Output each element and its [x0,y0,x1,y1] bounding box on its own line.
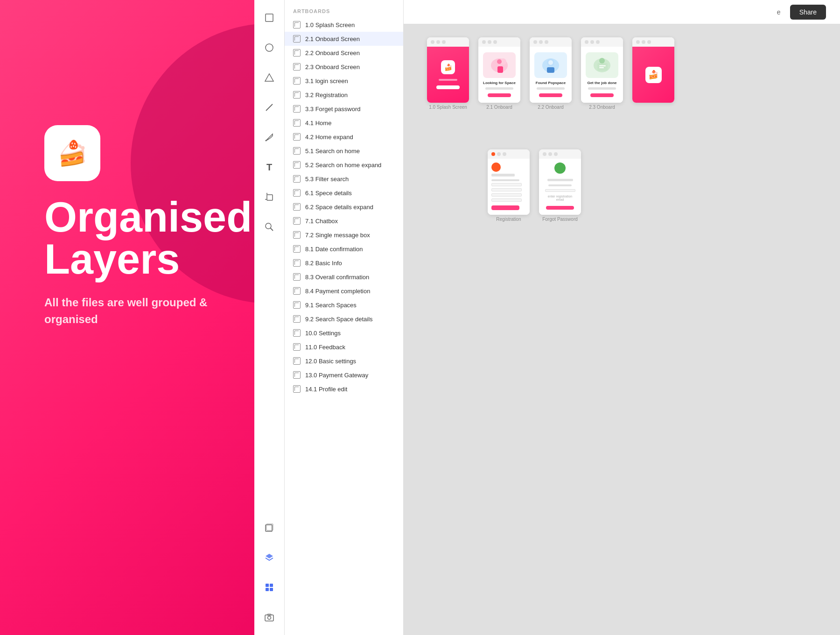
search-tool[interactable] [261,219,278,235]
artboard-name: 14.1 Profile edit [305,386,347,393]
artboard-item-26[interactable]: 13.0 Payment Gateway [285,368,403,382]
text-tool[interactable]: T [261,159,278,176]
phone-mockup-splash: 🍰 1.0 Splash Screen [427,37,469,110]
artboard-item-5[interactable]: 3.1 login screen [285,74,403,88]
artboard-icon [293,161,301,169]
artboard-name: 11.0 Feedback [305,344,345,351]
svg-rect-30 [599,65,606,66]
artboard-name: 7.2 Single message box [305,232,370,239]
artboard-icon [293,133,301,141]
artboard-item-1[interactable]: 1.0 Splash Screen [285,18,403,32]
artboard-item-22[interactable]: 9.2 Search Space details [285,312,403,326]
phone-mockup-registration: Registration [488,149,530,222]
artboard-icon [293,21,301,28]
svg-rect-0 [266,14,273,21]
artboard-item-9[interactable]: 4.2 Home expand [285,130,403,144]
artboard-icon [293,217,301,225]
artboard-icon [293,343,301,351]
artboard-item-3[interactable]: 2.2 Onboard Screen [285,46,403,60]
artboard-item-21[interactable]: 9.1 Search Spaces [285,298,403,312]
artboard-icon [293,315,301,323]
layers-tool[interactable] [261,549,278,566]
artboard-icon [293,175,301,183]
svg-point-4 [266,140,267,141]
artboard-icon [293,105,301,113]
artboard-name: 3.3 Forget password [305,106,361,113]
canvas-topbar: e Share [404,0,840,24]
svg-point-8 [266,223,271,229]
artboard-name: 6.2 Space details expand [305,204,373,211]
artboard-icon [293,49,301,56]
svg-rect-5 [267,195,273,200]
artboard-name: 9.1 Search Spaces [305,302,357,309]
svg-rect-21 [497,66,503,73]
artboard-item-11[interactable]: 5.2 Search on home expand [285,158,403,172]
artboard-item-17[interactable]: 8.1 Date confirmation [285,242,403,256]
artboard-name: 8.4 Payment completion [305,288,370,295]
artboard-item-15[interactable]: 7.1 Chatbox [285,214,403,228]
artboard-name: 6.1 Spece details [305,190,352,197]
artboard-icon [293,329,301,337]
artboard-name: 3.1 login screen [305,78,348,85]
artboard-item-24[interactable]: 11.0 Feedback [285,340,403,354]
svg-rect-25 [547,67,554,73]
phone-mockup-onboard3: Get the job done 2.3 Onboard [581,37,623,110]
artboard-icon [293,77,301,85]
circle-tool[interactable] [261,39,278,56]
artboard-name: 5.1 Search on home [305,148,360,155]
artboard-item-13[interactable]: 6.1 Spece details [285,186,403,200]
artboard-item-6[interactable]: 3.2 Registration [285,88,403,102]
svg-point-26 [548,60,553,65]
line-tool[interactable] [261,99,278,116]
crop-tool[interactable] [261,189,278,205]
subtitle: All the files are well grouped &organise… [44,294,252,328]
artboard-name: 5.3 Filter search [305,176,349,183]
artboard-item-14[interactable]: 6.2 Space details expand [285,200,403,214]
svg-rect-13 [270,584,273,587]
artboard-icon [293,231,301,239]
svg-line-9 [271,228,273,231]
artboard-name: 3.2 Registration [305,92,348,99]
phone-mockup-onboard1: Looking for Space 2.1 Onboard [478,37,520,110]
artboard-item-2[interactable]: 2.1 Onboard Screen [285,32,403,46]
artboard-item-23[interactable]: 10.0 Settings [285,326,403,340]
svg-marker-2 [265,74,273,81]
share-button[interactable]: Share [790,5,826,20]
phone-mockup-forgot: enter registration email Forgot Password [539,149,581,222]
artboard-name: 4.2 Home expand [305,134,353,141]
artboard-icon [293,259,301,267]
artboard-name: 10.0 Settings [305,330,341,337]
pen-tool[interactable] [261,129,278,146]
artboard-item-25[interactable]: 12.0 Basic settings [285,354,403,368]
artboard-item-4[interactable]: 2.3 Onboard Screen [285,60,403,74]
mockups-container: 🍰 1.0 Splash Screen [427,37,674,110]
artboard-icon [293,119,301,127]
artboard-icon [293,385,301,393]
triangle-tool[interactable] [261,69,278,86]
title-line1: Organised [44,194,252,240]
artboard-item-20[interactable]: 8.4 Payment completion [285,284,403,298]
svg-rect-12 [266,584,269,587]
artboard-item-8[interactable]: 4.1 Home [285,116,403,130]
artboard-item-16[interactable]: 7.2 Single message box [285,228,403,242]
artboard-item-12[interactable]: 5.3 Filter search [285,172,403,186]
artboard-icon [293,91,301,99]
components-tool[interactable] [261,579,278,596]
svg-point-22 [497,59,502,64]
artboard-item-27[interactable]: 14.1 Profile edit [285,382,403,396]
camera-tool[interactable] [261,609,278,626]
artboard-name: 7.1 Chatbox [305,218,338,225]
artboard-icon [293,301,301,309]
frame-tool[interactable] [261,9,278,26]
artboard-item-7[interactable]: 3.3 Forget password [285,102,403,116]
artboard-item-10[interactable]: 5.1 Search on home [285,144,403,158]
artboard-icon [293,245,301,253]
mockups-row2: Registration enter registration email [488,149,581,222]
svg-line-3 [266,104,273,111]
pages-tool[interactable] [261,519,278,536]
artboard-icon [293,287,301,295]
artboard-item-18[interactable]: 8.2 Basic Info [285,256,403,270]
artboard-name: 8.3 Overall confirmation [305,274,369,281]
artboard-item-19[interactable]: 8.3 Overall confirmation [285,270,403,284]
artboard-list: 1.0 Splash Screen2.1 Onboard Screen2.2 O… [285,18,403,396]
